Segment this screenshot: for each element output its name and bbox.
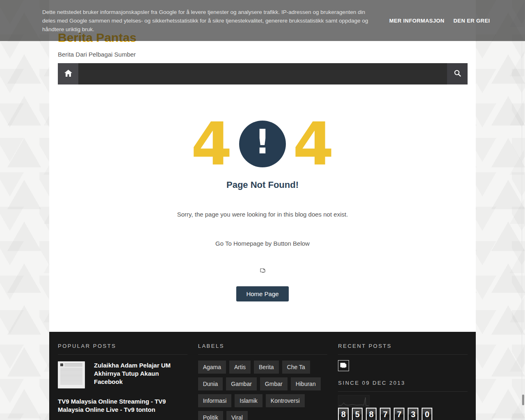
- broken-image-icon: [338, 360, 349, 371]
- counter-digit: 0: [422, 408, 432, 420]
- label-tag[interactable]: Gambar: [226, 377, 257, 390]
- error-heading: Page Not Found!: [49, 180, 476, 190]
- recent-posts-title: RECENT POSTS: [338, 340, 468, 355]
- main-navbar: [58, 63, 468, 84]
- labels-title: LABELS: [198, 340, 328, 355]
- error-circle: !: [239, 121, 286, 167]
- label-tag[interactable]: Politik: [198, 411, 223, 420]
- label-tag[interactable]: Agama: [198, 361, 226, 374]
- thumbnail-header: [60, 363, 82, 366]
- cookie-banner: Dette nettstedet bruker informasjonskaps…: [0, 0, 525, 41]
- site-tagline: Berita Dari Pelbagai Sumber: [58, 51, 468, 58]
- homepage-hint: Go To Homepage by Button Below: [49, 240, 476, 247]
- counter-digit: 5: [352, 408, 363, 420]
- navbar-spacer: [78, 63, 447, 84]
- visitor-counter: 8 5 8 7 7 3 0: [338, 408, 468, 420]
- popular-posts-widget: POPULAR POSTS Zulaikha Adam Pelajar UM A…: [58, 340, 187, 420]
- error-message: Sorry, the page you were looking for in …: [49, 211, 476, 218]
- thumbnail-text-lines: [64, 363, 82, 366]
- post-title-link[interactable]: TV9 Malaysia Online Streaming - TV9 Mala…: [58, 397, 187, 414]
- search-icon: [454, 70, 461, 78]
- label-tag[interactable]: Informasi: [198, 394, 232, 407]
- site-footer: POPULAR POSTS Zulaikha Adam Pelajar UM A…: [49, 332, 476, 420]
- label-tag[interactable]: Gmbar: [260, 377, 288, 390]
- counter-digit: 8: [366, 408, 377, 420]
- since-label: SINCE 09 DEC 2013: [338, 377, 468, 392]
- label-tag[interactable]: Berita: [254, 361, 279, 374]
- popular-post-item: Zulaikha Adam Pelajar UM Akhirnya Tutup …: [58, 361, 187, 388]
- label-tag[interactable]: Dunia: [198, 377, 223, 390]
- label-tag[interactable]: Hiburan: [291, 377, 321, 390]
- cookie-actions: MER INFORMASJON DEN ER GREI: [389, 18, 490, 24]
- broken-image-icon: [49, 268, 476, 275]
- error-section: 4 ! 4 Page Not Found! Sorry, the page yo…: [49, 84, 476, 332]
- popular-post-item: TV9 Malaysia Online Streaming - TV9 Mala…: [58, 397, 187, 414]
- content-column: Berita Pantas Berita Dari Pelbagai Sumbe…: [49, 0, 476, 420]
- label-tag[interactable]: Artis: [229, 361, 251, 374]
- thumbnail-text-lines: [60, 368, 82, 385]
- labels-widget: LABELS Agama Artis Berita Che Ta Dunia G…: [198, 340, 328, 420]
- label-tag[interactable]: Islamik: [235, 394, 262, 407]
- label-tag[interactable]: Kontroversi: [266, 394, 305, 407]
- counter-digit: 3: [408, 408, 418, 420]
- post-thumbnail[interactable]: [58, 361, 85, 388]
- got-it-button[interactable]: DEN ER GREI: [454, 18, 490, 24]
- more-info-button[interactable]: MER INFORMASJON: [389, 18, 445, 24]
- home-page-button[interactable]: Home Page: [236, 286, 288, 301]
- search-button[interactable]: [447, 63, 468, 84]
- error-404-graphic: 4 ! 4: [49, 120, 476, 168]
- error-digit-left: 4: [191, 122, 232, 166]
- label-tag[interactable]: Che Ta: [282, 361, 310, 374]
- scrollbar-thumb[interactable]: [522, 395, 524, 405]
- recent-posts-widget: RECENT POSTS SINCE 09 DEC 2013 8 5 8 7 7…: [338, 340, 468, 420]
- label-tag[interactable]: Viral: [226, 411, 248, 420]
- popular-posts-title: POPULAR POSTS: [58, 340, 187, 355]
- label-tag-list: Agama Artis Berita Che Ta Dunia Gambar G…: [198, 361, 328, 420]
- home-icon: [64, 70, 72, 78]
- cookie-message: Dette nettstedet bruker informasjonskaps…: [42, 8, 374, 34]
- counter-digit: 7: [394, 408, 404, 420]
- error-digit-right: 4: [293, 122, 334, 166]
- counter-digit: 7: [380, 408, 390, 420]
- exclamation-mark: !: [255, 125, 270, 163]
- post-title-link[interactable]: Zulaikha Adam Pelajar UM Akhirnya Tutup …: [94, 361, 187, 388]
- visitor-stats-graph: [338, 395, 370, 407]
- avatar: [60, 363, 63, 366]
- scrollbar-track: [522, 41, 522, 420]
- counter-digit: 8: [338, 408, 349, 420]
- home-nav-button[interactable]: [58, 63, 78, 84]
